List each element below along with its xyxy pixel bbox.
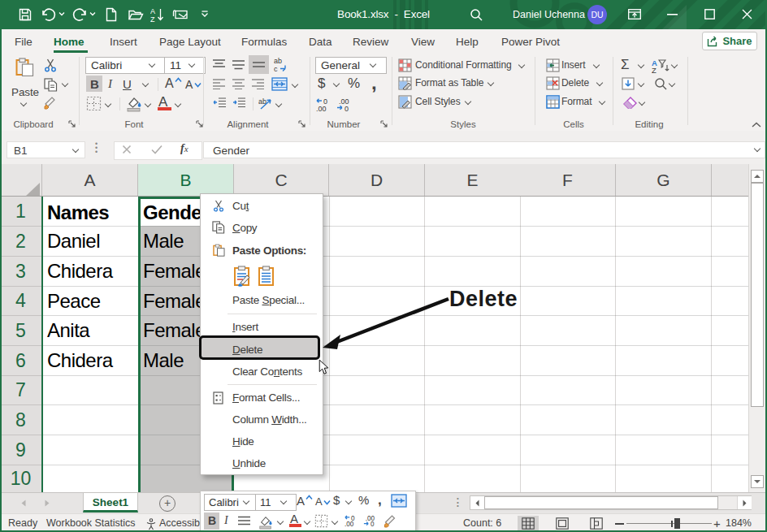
svg-text:.00: .00 [344,521,354,527]
svg-text:.00: .00 [316,105,327,112]
svg-text:c: c [274,65,278,72]
svg-text:ab: ab [274,57,282,65]
svg-text:0: 0 [370,521,375,527]
svg-text:0: 0 [344,105,349,112]
svg-text:Z: Z [652,66,656,73]
